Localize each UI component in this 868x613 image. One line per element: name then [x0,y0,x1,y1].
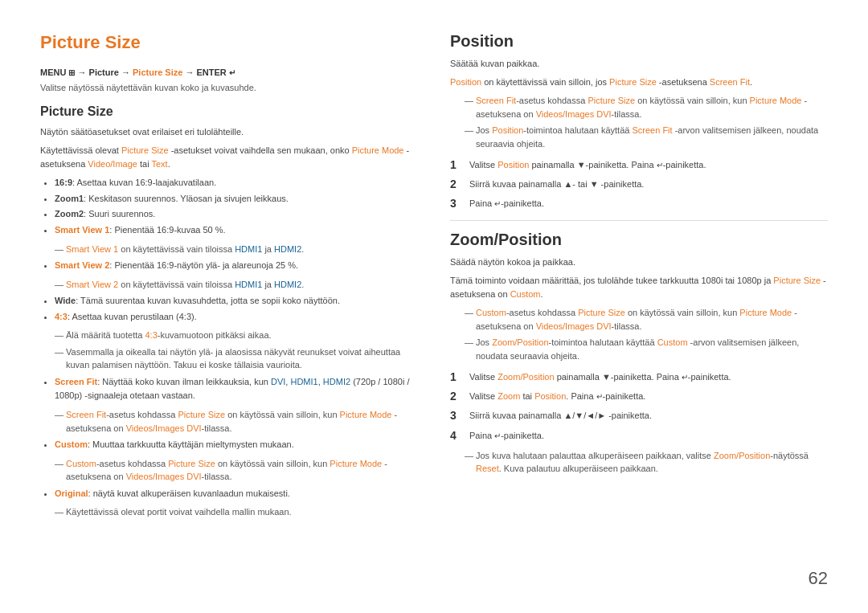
list-item-smartview2: Smart View 2: Pienentää 16:9-näytön ylä-… [55,259,418,273]
left-column: Picture Size MENU ⊞ → Picture → Picture … [40,32,418,581]
divider [450,220,828,221]
list-item-zoom2: Zoom2: Suuri suurennos. [55,207,418,222]
note-43-1: Älä määritä tuotetta 4:3-kuvamuotoon pit… [55,329,418,342]
position-step-1: 1 Valitse Position painamalla ▼-painiket… [450,158,828,172]
zoom-position-heading: Zoom/Position [450,231,828,249]
zoom-sub1: Custom-asetus kohdassa Picture Size on k… [465,306,828,333]
zoom-sub2: Jos Zoom/Position-toimintoa halutaan käy… [465,336,828,362]
main-title: Picture Size [40,32,418,53]
picture-size-list-6: Original: näytä kuvat alkuperäisen kuvan… [40,487,418,501]
zoom-step-1: 1 Valitse Zoom/Position painamalla ▼-pai… [450,370,828,384]
list-item-custom: Custom: Muuttaa tarkkuutta käyttäjän mie… [55,438,418,452]
position-step-2: 2 Siirrä kuvaa painamalla ▲- tai ▼ -pain… [450,178,828,191]
zoom-position-intro: Säädä näytön kokoa ja paikkaa. [450,255,828,269]
page-container: Picture Size MENU ⊞ → Picture → Picture … [0,0,868,613]
smartview2-note: Smart View 2 on käytettävissä vain tiloi… [55,278,418,292]
zoom-step-3: 3 Siirrä kuvaa painamalla ▲/▼/◄/► -paini… [450,409,828,423]
position-sub1: Screen Fit-asetus kohdassa Picture Size … [465,94,828,121]
picture-size-list-5: Custom: Muuttaa tarkkuutta käyttäjän mie… [40,438,418,452]
screenfit-note: Screen Fit-asetus kohdassa Picture Size … [55,408,418,435]
list-item-zoom1: Zoom1: Keskitason suurennos. Yläosan ja … [55,192,418,206]
picture-size-para2: Käytettävissä olevat Picture Size -asetu… [40,144,418,171]
custom-note: Custom-asetus kohdassa Picture Size on k… [55,457,418,484]
menu-path: MENU ⊞ → Picture → Picture Size → ENTER … [40,67,418,77]
picture-size-list-3: Wide: Tämä suurentaa kuvan kuvasuhdetta,… [40,294,418,324]
list-item-original: Original: näytä kuvat alkuperäisen kuvan… [55,487,418,501]
section-picture-size-heading: Picture Size [40,104,418,119]
list-item-smartview1: Smart View 1: Pienentää 16:9-kuvaa 50 %. [55,223,418,238]
zoom-final-note: Jos kuva halutaan palauttaa alkuperäisee… [465,449,828,476]
position-heading: Position [450,32,828,51]
zoom-position-para1: Tämä toiminto voidaan määrittää, jos tul… [450,274,828,301]
position-sub2: Jos Position-toimintoa halutaan käyttää … [465,124,828,150]
portit-note: Käytettävissä olevat portit voivat vaihd… [55,505,418,519]
page-number: 62 [809,568,828,589]
list-item-wide: Wide: Tämä suurentaa kuvan kuvasuhdetta,… [55,294,418,309]
list-item-screenfit: Screen Fit: Näyttää koko kuvan ilman lei… [55,375,418,403]
position-intro: Säätää kuvan paikkaa. [450,57,828,71]
zoom-step-2: 2 Valitse Zoom tai Position. Paina ↵-pai… [450,390,828,403]
position-step-3: 3 Paina ↵-painiketta. [450,197,828,210]
picture-size-list: 16:9: Asettaa kuvan 16:9-laajakuvatilaan… [40,176,418,237]
list-item-169: 16:9: Asettaa kuvan 16:9-laajakuvatilaan… [55,176,418,190]
list-item-43: 4:3: Asettaa kuvan perustilaan (4:3). [55,310,418,325]
zoom-step-4: 4 Paina ↵-painiketta. [450,429,828,443]
smartview1-note: Smart View 1 on käytettävissä vain tiloi… [55,243,418,256]
position-note1: Position on käytettävissä vain silloin, … [450,76,828,89]
right-column: Position Säätää kuvan paikkaa. Position … [450,32,828,581]
picture-size-list-4: Screen Fit: Näyttää koko kuvan ilman lei… [40,375,418,403]
picture-size-list-2: Smart View 2: Pienentää 16:9-näytön ylä-… [40,259,418,273]
picture-size-para1: Näytön säätöasetukset ovat erilaiset eri… [40,125,418,139]
note-43-2: Vasemmalla ja oikealla tai näytön ylä- j… [55,345,418,372]
subtitle: Valitse näytössä näytettävän kuvan koko … [40,81,418,95]
